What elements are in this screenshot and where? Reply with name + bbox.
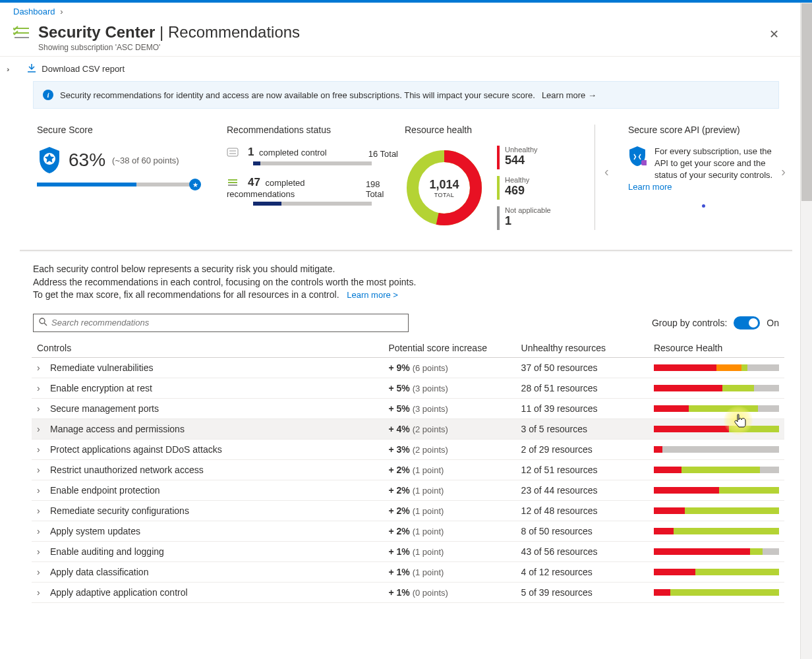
- search-input[interactable]: [51, 318, 403, 328]
- breadcrumb: Dashboard ›: [0, 3, 812, 20]
- banner-learn-more-link[interactable]: Learn more →: [542, 90, 596, 100]
- download-csv-button[interactable]: Download CSV report: [27, 63, 125, 74]
- search-icon: [39, 318, 47, 328]
- control-name: Secure management ports: [50, 403, 159, 414]
- carousel-next-button[interactable]: ›: [781, 164, 786, 179]
- control-name: Protect applications against DDoS attack…: [50, 444, 222, 455]
- table-row[interactable]: ›Remediate vulnerabilities + 9% (6 point…: [32, 357, 784, 378]
- control-name: Apply adaptive application control: [50, 587, 188, 598]
- table-row[interactable]: ›Enable auditing and logging + 1% (1 poi…: [32, 541, 784, 561]
- resource-health-bar: [654, 487, 779, 494]
- chevron-right-icon: ›: [37, 505, 42, 516]
- resource-health-bar: [654, 507, 779, 514]
- resource-health-bar: [654, 364, 779, 371]
- intro-learn-more-link[interactable]: Learn more >: [347, 290, 398, 300]
- api-learn-more-link[interactable]: Learn more: [628, 182, 672, 192]
- secure-score-title: Secure Score: [37, 125, 220, 135]
- control-name: Apply system updates: [50, 526, 140, 536]
- page-subtitle: Showing subscription 'ASC DEMO': [38, 43, 300, 52]
- api-shield-icon: [628, 146, 647, 169]
- table-row[interactable]: ›Secure management ports + 5% (3 points)…: [32, 398, 784, 418]
- resource-health-bar: [654, 589, 779, 596]
- table-row[interactable]: ›Enable encryption at rest + 5% (3 point…: [32, 378, 784, 398]
- page-title: Security Center | Recommendations: [38, 23, 300, 42]
- group-by-toggle[interactable]: [734, 316, 760, 330]
- col-resource-health[interactable]: Resource Health: [649, 339, 784, 358]
- chevron-right-icon: ›: [37, 526, 42, 536]
- table-row[interactable]: ›Restrict unauthorized network access + …: [32, 459, 784, 480]
- unhealthy-resources: 43 of 56 resources: [516, 541, 649, 561]
- svg-line-14: [44, 323, 47, 326]
- controls-total: 16 Total: [368, 149, 398, 159]
- carousel-prev-button[interactable]: ‹: [604, 164, 609, 179]
- score-increase-pts: (3 points): [413, 404, 448, 414]
- info-banner: i Security recommendations for identity …: [33, 81, 779, 109]
- score-increase-pts: (0 points): [413, 588, 448, 598]
- secure-score-points: (~38 of 60 points): [112, 156, 179, 165]
- resource-health-bar: [654, 446, 779, 453]
- unhealthy-resources: 23 of 44 resources: [516, 480, 649, 500]
- col-controls[interactable]: Controls: [32, 339, 384, 358]
- table-row[interactable]: ›Apply system updates + 2% (1 point) 8 o…: [32, 521, 784, 541]
- table-row[interactable]: ›Remediate security configurations + 2% …: [32, 500, 784, 521]
- chevron-right-icon: ›: [37, 587, 42, 598]
- score-increase-pct: + 5%: [389, 383, 410, 393]
- resource-health-bar: [654, 467, 779, 473]
- close-button[interactable]: ✕: [769, 27, 779, 42]
- score-increase-pct: + 9%: [389, 362, 410, 373]
- controls-progress-bar: [253, 161, 372, 165]
- expand-icon[interactable]: ››: [7, 65, 7, 73]
- resource-health-bar: [654, 569, 779, 575]
- control-name: Enable encryption at rest: [50, 383, 152, 393]
- table-row[interactable]: ›Apply adaptive application control + 1%…: [32, 582, 784, 602]
- completed-recs-icon: [227, 178, 240, 189]
- security-center-icon: [13, 26, 30, 42]
- unhealthy-resources: 11 of 39 resources: [516, 398, 649, 418]
- star-icon: ★: [189, 179, 201, 190]
- table-row[interactable]: ›Apply data classification + 1% (1 point…: [32, 561, 784, 582]
- resource-health-bar: [654, 405, 779, 412]
- col-potential-score[interactable]: Potential score increase: [384, 339, 516, 358]
- info-icon: i: [43, 90, 53, 100]
- resource-health-bar: [654, 528, 779, 534]
- recs-total: 198 Total: [366, 179, 398, 199]
- chevron-right-icon: ›: [37, 485, 42, 496]
- score-increase-pct: + 3%: [389, 444, 410, 455]
- unhealthy-resources: 4 of 12 resources: [516, 561, 649, 582]
- chevron-right-icon: ›: [37, 444, 42, 455]
- table-row[interactable]: ›Enable endpoint protection + 2% (1 poin…: [32, 480, 784, 500]
- chevron-right-icon: ›: [37, 383, 42, 393]
- api-title: Secure score API (preview): [628, 125, 779, 135]
- score-increase-pts: (1 point): [413, 506, 444, 516]
- unhealthy-resources: 2 of 29 resources: [516, 439, 649, 459]
- svg-rect-12: [641, 160, 647, 165]
- vertical-scrollbar[interactable]: [800, 3, 812, 603]
- chevron-right-icon: ›: [37, 403, 42, 414]
- intro-text: Each security control below represents a…: [0, 258, 812, 307]
- unhealthy-resources: 37 of 50 resources: [516, 357, 649, 378]
- banner-text: Security recommendations for identity an…: [60, 90, 535, 100]
- score-increase-pct: + 1%: [389, 546, 410, 557]
- chevron-right-icon: ›: [37, 424, 42, 434]
- secure-score-percent: 63%: [69, 150, 105, 171]
- breadcrumb-dashboard[interactable]: Dashboard: [13, 7, 55, 16]
- section-divider: [20, 250, 792, 251]
- carousel-dots: [628, 200, 779, 210]
- score-increase-pts: (1 point): [413, 527, 444, 536]
- group-by-label: Group by controls:: [652, 318, 727, 328]
- score-increase-pts: (1 point): [413, 486, 444, 496]
- table-row[interactable]: ›Protect applications against DDoS attac…: [32, 439, 784, 459]
- healthy-stat: Healthy469: [497, 176, 551, 200]
- api-description: For every subscription, use the API to g…: [654, 146, 779, 182]
- unhealthy-resources: 8 of 50 resources: [516, 521, 649, 541]
- score-increase-pts: (2 points): [413, 424, 448, 434]
- score-increase-pct: + 5%: [389, 403, 410, 414]
- unhealthy-resources: 12 of 48 resources: [516, 500, 649, 521]
- col-unhealthy[interactable]: Unhealthy resources: [516, 339, 649, 358]
- shield-icon: [37, 146, 62, 175]
- table-row[interactable]: ›Manage access and permissions + 4% (2 p…: [32, 418, 784, 439]
- svg-point-13: [40, 318, 45, 324]
- score-increase-pct: + 1%: [389, 587, 410, 598]
- search-recommendations[interactable]: [33, 314, 409, 332]
- na-stat: Not applicable1: [497, 206, 551, 230]
